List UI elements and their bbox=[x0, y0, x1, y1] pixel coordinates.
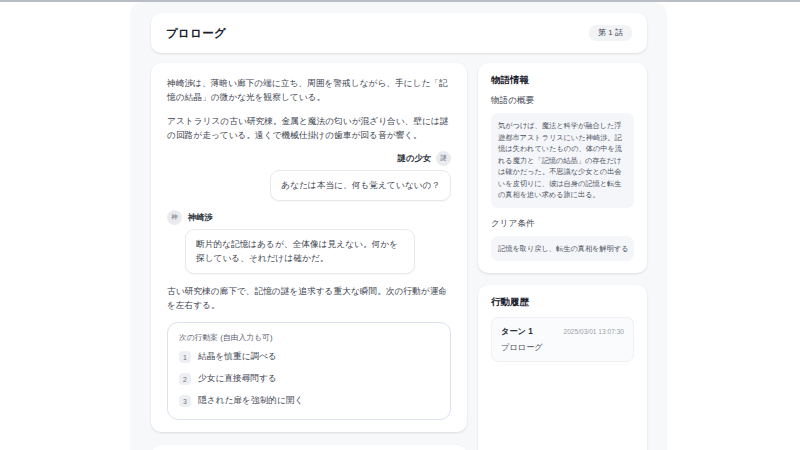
story-column: 神崎渉は、薄暗い廊下の端に立ち、周囲を警戒しながら、手にした「記憶の結晶」の微か… bbox=[151, 63, 467, 450]
speech-bubble: あなたは本当に、何も覚えていないの？ bbox=[270, 170, 451, 200]
history-timestamp: 2025/03/01 13:07:30 bbox=[564, 328, 625, 335]
action-suggestions-label: 次の行動案 (自由入力も可) bbox=[179, 332, 439, 343]
story-info-title: 物語情報 bbox=[491, 74, 634, 87]
speaker-name: 神崎渉 bbox=[188, 212, 213, 223]
story-paragraph: 神崎渉は、薄暗い廊下の端に立ち、周囲を警戒しながら、手にした「記憶の結晶」の微か… bbox=[167, 76, 451, 105]
option-number: 3 bbox=[179, 395, 191, 407]
history-entry: ターン 1 2025/03/01 13:07:30 プロローグ bbox=[491, 317, 634, 362]
story-info-card: 物語情報 物語の概要 気がつけば、魔法と科学が融合した浮遊都市アストラリスにいた… bbox=[478, 63, 647, 273]
option-label: 隠された扉を強制的に開く bbox=[198, 395, 303, 407]
option-label: 結晶を慎重に調べる bbox=[198, 351, 277, 363]
story-paragraph: アストラリスの古い研究棟。金属と魔法の匂いが混ざり合い、壁には謎の回路が走ってい… bbox=[167, 114, 451, 143]
action-history-title: 行動履歴 bbox=[491, 296, 634, 309]
history-turn: ターン 1 bbox=[501, 326, 533, 337]
option-number: 2 bbox=[179, 373, 191, 385]
action-suggestions-box: 次の行動案 (自由入力も可) 1 結晶を慎重に調べる 2 少女に直接尋問する 3… bbox=[167, 322, 451, 420]
overview-text: 気がつけば、魔法と科学が融合した浮遊都市アストラリスにいた神崎渉。記憶は失われて… bbox=[491, 113, 634, 208]
speech-bubble: 断片的な記憶はあるが、全体像は見えない。何かを探している、それだけは確かだ。 bbox=[185, 229, 415, 274]
avatar: 神 bbox=[167, 210, 182, 225]
clear-condition-label: クリア条件 bbox=[491, 218, 634, 230]
action-option-2[interactable]: 2 少女に直接尋問する bbox=[179, 373, 439, 385]
speaker-name: 謎の少女 bbox=[398, 153, 431, 164]
option-label: 少女に直接尋問する bbox=[198, 373, 277, 385]
history-entry-title: プロローグ bbox=[501, 342, 624, 353]
dialogue-girl: 謎の少女 謎 あなたは本当に、何も覚えていないの？ bbox=[167, 151, 451, 200]
story-card: 神崎渉は、薄暗い廊下の端に立ち、周囲を警戒しながら、手にした「記憶の結晶」の微か… bbox=[151, 63, 467, 432]
avatar: 謎 bbox=[436, 151, 451, 166]
page-title: プロローグ bbox=[166, 26, 226, 41]
story-narration: 古い研究棟の廊下で、記憶の謎を追求する重大な瞬間。次の行動が運命を左右する。 bbox=[167, 284, 451, 313]
action-option-3[interactable]: 3 隠された扉を強制的に開く bbox=[179, 395, 439, 407]
action-history-card: 行動履歴 ターン 1 2025/03/01 13:07:30 プロローグ bbox=[478, 285, 647, 450]
action-option-1[interactable]: 1 結晶を慎重に調べる bbox=[179, 351, 439, 363]
sidebar: 物語情報 物語の概要 気がつけば、魔法と科学が融合した浮遊都市アストラリスにいた… bbox=[478, 63, 647, 450]
action-input-card: 決定 bbox=[151, 445, 467, 450]
option-number: 1 bbox=[179, 351, 191, 363]
overview-label: 物語の概要 bbox=[491, 95, 634, 107]
episode-header: プロローグ 第 1 話 bbox=[151, 13, 647, 53]
episode-badge: 第 1 話 bbox=[589, 25, 632, 41]
app-container: プロローグ 第 1 話 神崎渉は、薄暗い廊下の端に立ち、周囲を警戒しながら、手に… bbox=[130, 2, 667, 450]
clear-condition-text: 記憶を取り戻し、転生の真相を解明する bbox=[491, 236, 634, 262]
dialogue-protagonist: 神 神崎渉 断片的な記憶はあるが、全体像は見えない。何かを探している、それだけは… bbox=[167, 210, 451, 274]
